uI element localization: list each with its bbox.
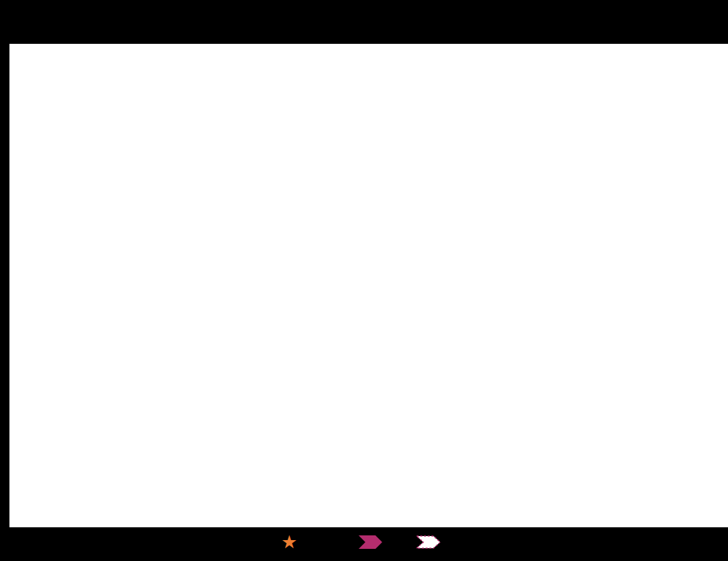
legend-dashed-arrow-icon [416,535,442,549]
legend-star-icon: ★ [281,527,297,557]
legend-solid-arrow-icon [359,535,383,549]
legend: ★ [0,527,728,561]
pipeline-table [9,44,728,527]
